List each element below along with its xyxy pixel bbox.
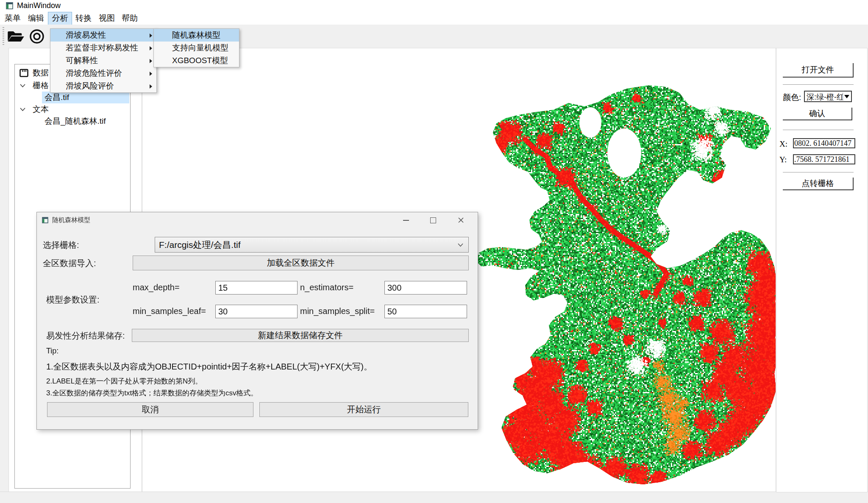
random-forest-dialog: 随机森林模型 选择栅格: F:/arcgis处理/会昌.tif 全区数据导入: … <box>36 212 478 430</box>
tree-item-会昌.tif[interactable]: 会昌.tif <box>15 92 130 103</box>
menu-item-label: 可解释性 <box>66 54 98 67</box>
window-title: MainWindow <box>17 1 61 10</box>
submenu-arrow-icon <box>150 33 152 38</box>
max-depth-label: max_depth= <box>133 283 180 292</box>
separator <box>783 130 854 130</box>
min-samples-leaf-label: min_samples_leaf= <box>133 306 206 316</box>
min-samples-split-label: min_samples_split= <box>300 306 375 316</box>
close-icon[interactable] <box>458 217 464 223</box>
submenu-item-3[interactable]: XGBOOST模型 <box>154 54 239 67</box>
open-folder-icon <box>6 29 25 44</box>
color-label: 颜色: <box>783 92 801 103</box>
tip-line-2: 2.LABEL是在第一个因子处从零开始数的第N列。 <box>46 376 202 386</box>
submenu-item-label: XGBOOST模型 <box>172 54 228 67</box>
raster-select[interactable]: F:/arcgis处理/会昌.tif <box>155 237 469 253</box>
min-samples-split-field[interactable]: 50 <box>384 305 467 318</box>
submenu-arrow-icon <box>150 84 152 89</box>
tools-panel: 打开文件 颜色: 深:绿-橙-红 确认 X: 0802. 6140407147 … <box>776 48 868 492</box>
dialog-title-bar[interactable]: 随机森林模型 <box>37 212 478 228</box>
tree-item-会昌_随机森林.tif[interactable]: 会昌_随机森林.tif <box>15 115 130 127</box>
menu-item-label: 滑坡易发性 <box>66 29 106 42</box>
confirm-button[interactable]: 确认 <box>783 108 852 120</box>
menu-item-label: 滑坡危险性评价 <box>66 67 122 80</box>
new-result-file-button[interactable]: 新建结果数据储存文件 <box>132 329 469 342</box>
open-file-button[interactable]: 打开文件 <box>783 63 854 78</box>
color-value: 深:绿-橙-红 <box>807 92 844 102</box>
raster-map[interactable] <box>475 84 776 487</box>
menubar-item-1[interactable]: 菜单 <box>4 12 21 24</box>
expander-chevron-icon[interactable] <box>20 108 25 111</box>
tip-line-3: 3.全区数据的储存类型为txt格式；结果数据的存储类型为csv格式。 <box>46 388 258 398</box>
title-bar: MainWindow <box>0 0 868 12</box>
menu-item-4[interactable]: 滑坡危险性评价 <box>50 67 156 80</box>
data-icon <box>19 68 29 78</box>
tree-group-文本[interactable]: 文本 <box>15 103 130 115</box>
menu-item-2[interactable]: 若监督非对称易发性 <box>50 42 156 54</box>
import-label: 全区数据导入: <box>43 258 96 269</box>
submenu-item-label: 支持向量机模型 <box>172 42 228 54</box>
n-estimators-label: n_estimators= <box>300 283 353 292</box>
chevron-down-icon <box>458 243 463 247</box>
expander-chevron-icon[interactable] <box>20 84 25 88</box>
menu-item-label: 滑坡风险评价 <box>66 80 114 92</box>
submenu-item-1[interactable]: 随机森林模型 <box>154 29 239 42</box>
result-label: 易发性分析结果储存: <box>46 330 125 342</box>
submenu-item-label: 随机森林模型 <box>172 29 220 42</box>
submenu-arrow-icon <box>150 72 152 76</box>
dialog-title: 随机森林模型 <box>52 216 90 224</box>
tree-item-label: 会昌_随机森林.tif <box>45 115 106 127</box>
separator <box>783 172 854 172</box>
susceptibility-submenu: 随机森林模型支持向量机模型XGBOOST模型 <box>153 28 239 67</box>
tree-header-label: 数据 <box>33 67 49 79</box>
menubar-item-3[interactable]: 分析 <box>48 12 72 25</box>
menu-item-1[interactable]: 滑坡易发性 <box>50 29 156 42</box>
menu-item-5[interactable]: 滑坡风险评价 <box>50 80 156 92</box>
submenu-item-2[interactable]: 支持向量机模型 <box>154 42 239 54</box>
submenu-arrow-icon <box>150 59 152 63</box>
tree-item-label: 会昌.tif <box>45 92 69 103</box>
y-label: Y: <box>779 155 787 164</box>
tip-title: Tip: <box>46 347 58 356</box>
open-file-toolbar-button[interactable] <box>6 27 25 46</box>
menu-item-label: 若监督非对称易发性 <box>66 42 138 54</box>
menubar-item-5[interactable]: 视图 <box>98 12 115 24</box>
min-samples-leaf-field[interactable]: 30 <box>215 305 298 318</box>
cancel-button[interactable]: 取消 <box>47 402 253 417</box>
tree-group-label: 文本 <box>33 103 49 115</box>
analysis-menu: 滑坡易发性若监督非对称易发性可解释性滑坡危险性评价滑坡风险评价 <box>50 28 157 93</box>
x-coordinate-field[interactable]: 0802. 6140407147 <box>793 138 855 148</box>
maximize-icon[interactable] <box>430 217 436 223</box>
load-region-data-button[interactable]: 加载全区数据文件 <box>133 256 469 270</box>
separator <box>783 84 854 85</box>
view-toolbar-button[interactable] <box>27 27 47 46</box>
raster-label: 选择栅格: <box>43 239 79 251</box>
y-coordinate-field[interactable]: .7568. 571721861 <box>793 154 855 164</box>
menubar-item-6[interactable]: 帮助 <box>121 12 138 24</box>
raster-value: F:/arcgis处理/会昌.tif <box>159 240 241 250</box>
run-button[interactable]: 开始运行 <box>259 402 468 417</box>
x-label: X: <box>779 139 787 149</box>
eye-icon <box>28 28 45 44</box>
n-estimators-field[interactable]: 300 <box>384 281 467 295</box>
color-select[interactable]: 深:绿-橙-红 <box>804 91 852 102</box>
tip-line-1: 1.全区数据表头以及内容成为OBJECTID+pointid+因子名称+LABE… <box>46 361 372 372</box>
point-to-raster-button[interactable]: 点转栅格 <box>783 178 854 190</box>
menu-bar: 菜单编辑分析转换视图帮助 <box>0 12 868 25</box>
menubar-item-4[interactable]: 转换 <box>75 12 92 24</box>
menu-item-3[interactable]: 可解释性 <box>50 54 156 67</box>
params-label: 模型参数设置: <box>46 294 100 306</box>
max-depth-field[interactable]: 15 <box>215 281 298 295</box>
tree-group-label: 栅格 <box>33 80 49 92</box>
status-bar <box>0 492 868 503</box>
main-window: MainWindow 菜单编辑分析转换视图帮助 数据栅格会昌.tif文本会昌_随… <box>0 0 868 503</box>
dropdown-arrow-icon[interactable] <box>843 93 850 100</box>
menubar-item-2[interactable]: 编辑 <box>27 12 45 24</box>
minimize-icon[interactable] <box>403 220 409 221</box>
submenu-arrow-icon <box>150 46 152 50</box>
toolbar-drag-handle[interactable] <box>3 27 4 46</box>
app-icon <box>6 2 13 9</box>
dialog-icon <box>42 217 48 223</box>
